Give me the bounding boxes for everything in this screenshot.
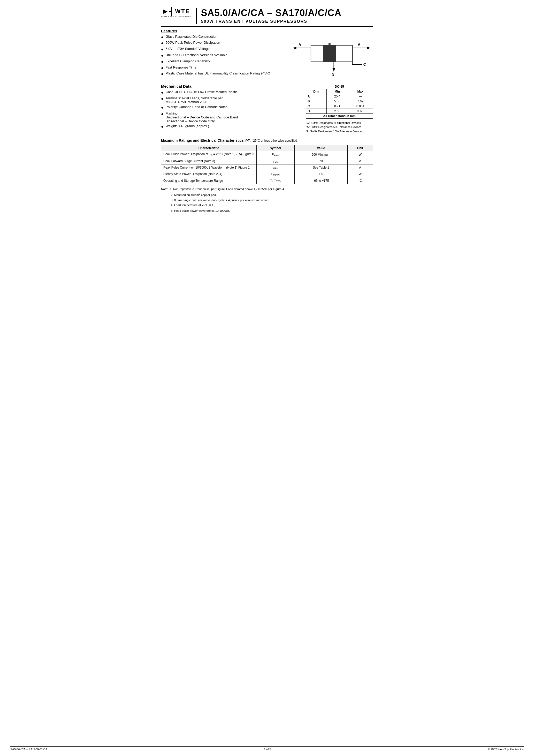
list-item: ●5.0V – 170V Standoff Voltage bbox=[161, 47, 285, 52]
svg-text:C: C bbox=[363, 62, 366, 67]
ratings-section: Maximum Ratings and Electrical Character… bbox=[161, 138, 373, 184]
page-header: ►┤ WTE POWER SEMICONDUCTORS SA5.0/A/C/CA… bbox=[161, 8, 373, 24]
do15-table: DO-15 Dim Min Max A 25.4 — B 5.50 7.62 bbox=[306, 84, 373, 119]
divider-3 bbox=[161, 136, 373, 136]
bullet-icon: ● bbox=[161, 90, 164, 95]
col-dim: Dim bbox=[306, 89, 327, 94]
do15-note-2: "A" Suffix Designates 5% Tolerance Devic… bbox=[306, 125, 373, 129]
diode-diagram-svg: A B A bbox=[290, 29, 373, 78]
col-min: Min bbox=[327, 89, 348, 94]
component-diagram: A B A bbox=[290, 29, 373, 79]
table-row: Steady State Power Dissipation (Note 2, … bbox=[161, 171, 373, 177]
logo-icon: ►┤ WTE bbox=[162, 8, 190, 15]
table-row: Peak Pulse Power Dissipation at TA = 25°… bbox=[161, 151, 373, 158]
table-row: C 0.71 0.864 bbox=[306, 104, 373, 109]
bullet-icon: ● bbox=[161, 47, 164, 52]
list-item: ●Glass Passivated Die Construction bbox=[161, 35, 285, 40]
col-header-value: Value bbox=[294, 145, 347, 151]
table-row: A 25.4 — bbox=[306, 94, 373, 99]
list-item: ●Uni- and Bi-Directional Versions Availa… bbox=[161, 53, 285, 58]
note-4: 4. Lead temperature at 75°C = TL. bbox=[171, 203, 373, 208]
notes-section: Note: 1. Non-repetitive current pulse, p… bbox=[161, 187, 373, 214]
mechanical-section: Mechanical Data ● Case: JEDEC DO-15 Low … bbox=[161, 84, 373, 134]
note-3: 3. 8.3ms single half sine-wave duty cycl… bbox=[171, 198, 373, 203]
note-2: 2. Mounted on 40mm2 copper pad. bbox=[171, 192, 373, 198]
table-row: D 2.60 3.60 bbox=[306, 109, 373, 114]
features-list: ●Glass Passivated Die Construction ●500W… bbox=[161, 35, 285, 77]
features-heading: Features bbox=[161, 29, 285, 33]
do15-note-3: No Suffix Designates 10% Tolerance Devic… bbox=[306, 129, 373, 134]
svg-rect-11 bbox=[323, 45, 336, 62]
title-area: SA5.0/A/C/CA – SA170/A/C/CA 500W TRANSIE… bbox=[196, 8, 373, 24]
features-left: Features ●Glass Passivated Die Construct… bbox=[161, 29, 285, 79]
svg-text:A: A bbox=[358, 42, 360, 46]
table-row: B 5.50 7.62 bbox=[306, 99, 373, 104]
do15-area: DO-15 Dim Min Max A 25.4 — B 5.50 7.62 bbox=[306, 84, 373, 134]
bullet-icon: ● bbox=[161, 124, 164, 129]
list-item: ●500W Peak Pulse Power Dissipation bbox=[161, 40, 285, 46]
col-header-characteristic: Characteristic bbox=[161, 145, 257, 151]
notes-heading: Note: 1. Non-repetitive current pulse, p… bbox=[161, 187, 373, 192]
logo-arrow-symbol: ►┤ bbox=[162, 8, 174, 15]
main-title: SA5.0/A/C/CA – SA170/A/C/CA bbox=[201, 8, 373, 18]
mechanical-left: Mechanical Data ● Case: JEDEC DO-15 Low … bbox=[161, 84, 301, 134]
do15-notes: "C" Suffix Designates Bi-directional Dev… bbox=[306, 121, 373, 134]
col-max: Max bbox=[348, 89, 373, 94]
list-item: ● Polarity: Cathode Band or Cathode Notc… bbox=[161, 105, 301, 110]
bullet-icon: ● bbox=[161, 40, 164, 46]
logo-area: ►┤ WTE POWER SEMICONDUCTORS bbox=[161, 8, 191, 17]
ratings-heading-bold: Maximum Ratings and Electrical Character… bbox=[161, 138, 245, 143]
divider-1 bbox=[161, 26, 373, 27]
list-item: ●Fast Response Time bbox=[161, 66, 285, 71]
mech-list: ● Case: JEDEC DO-15 Low Profile Molded P… bbox=[161, 90, 301, 129]
bullet-icon: ● bbox=[161, 111, 164, 117]
bullet-icon: ● bbox=[161, 59, 164, 65]
svg-text:D: D bbox=[332, 73, 334, 77]
col-header-unit: Unit bbox=[347, 145, 373, 151]
table-row-footer: All Dimensions in mm bbox=[306, 114, 373, 119]
do15-title: DO-15 bbox=[306, 84, 373, 89]
svg-marker-9 bbox=[367, 46, 370, 49]
svg-marker-13 bbox=[333, 68, 335, 71]
ratings-condition: @TA=25°C unless otherwise specified bbox=[245, 139, 297, 143]
logo-wte-text: WTE bbox=[175, 8, 190, 15]
note-5: 5. Peak pulse power waveform is 10/1000μ… bbox=[171, 208, 373, 214]
bullet-icon: ● bbox=[161, 71, 164, 77]
list-item: ● Terminals: Axial Leads, Solderable per… bbox=[161, 96, 301, 104]
bullet-icon: ● bbox=[161, 96, 164, 102]
features-section: Features ●Glass Passivated Die Construct… bbox=[161, 29, 373, 79]
ratings-table: Characteristic Symbol Value Unit Peak Pu… bbox=[161, 145, 373, 184]
ratings-heading: Maximum Ratings and Electrical Character… bbox=[161, 138, 373, 143]
list-item: ● Marking: Unidirectional – Device Code … bbox=[161, 111, 301, 123]
list-item: ● Weight: 0.40 grams (approx.) bbox=[161, 124, 301, 129]
svg-marker-2 bbox=[293, 46, 297, 49]
table-row: Peak Pulse Current on 10/1000μS Waveform… bbox=[161, 164, 373, 171]
bullet-icon: ● bbox=[161, 66, 164, 71]
col-header-symbol: Symbol bbox=[256, 145, 294, 151]
bullet-icon: ● bbox=[161, 53, 164, 58]
list-item: ●Excellent Clamping Capability bbox=[161, 59, 285, 65]
table-row: Peak Forward Surge Current (Note 3) IFSM… bbox=[161, 158, 373, 164]
table-row: Operating and Storage Temperature Range … bbox=[161, 177, 373, 184]
bullet-icon: ● bbox=[161, 35, 164, 40]
bullet-icon: ● bbox=[161, 105, 164, 110]
do15-note-1: "C" Suffix Designates Bi-directional Dev… bbox=[306, 121, 373, 125]
list-item: ● Case: JEDEC DO-15 Low Profile Molded P… bbox=[161, 90, 301, 95]
logo-subtitle: POWER SEMICONDUCTORS bbox=[161, 15, 191, 17]
mechanical-heading: Mechanical Data bbox=[161, 84, 301, 89]
sub-title: 500W TRANSIENT VOLTAGE SUPPRESSORS bbox=[201, 19, 373, 24]
svg-text:A: A bbox=[299, 42, 301, 46]
divider-2 bbox=[161, 82, 373, 82]
list-item: ●Plastic Case Material has UL Flammabili… bbox=[161, 71, 285, 77]
